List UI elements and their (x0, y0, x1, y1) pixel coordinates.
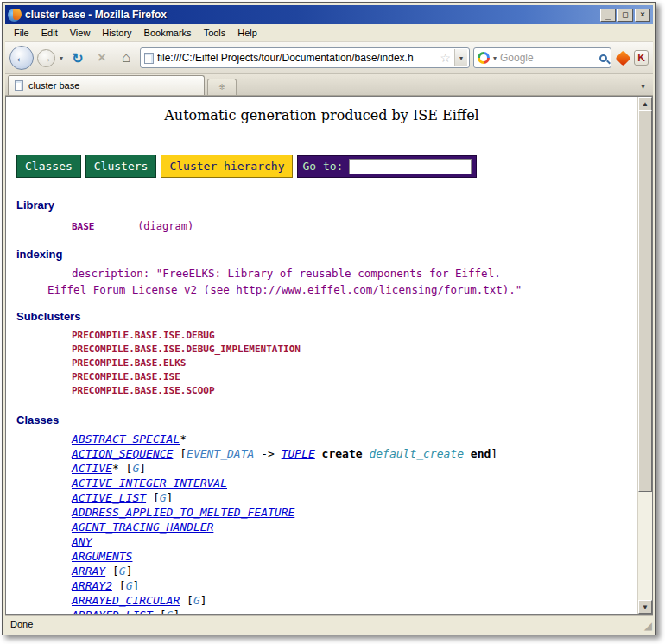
history-dropdown-icon[interactable]: ▾ (59, 54, 64, 62)
class-link[interactable]: ARRAY (72, 565, 105, 578)
url-dropdown-button[interactable]: ▾ (454, 49, 467, 66)
subcluster-link[interactable]: PRECOMPILE.BASE.ELKS (72, 357, 637, 370)
indexing-heading: indexing (16, 248, 637, 261)
class-link[interactable]: TUPLE (282, 447, 315, 460)
navigation-toolbar: ← → ▾ ↻ × ⌂ ☆ ▾ ▾ K (5, 42, 653, 74)
indexing-line-1: description: "FreeELKS: Library of reusa… (72, 267, 637, 280)
class-text-plain: [ (112, 579, 126, 592)
firefox-icon (8, 9, 21, 22)
tab-label: cluster base (28, 80, 79, 91)
maximize-button[interactable]: □ (618, 9, 633, 22)
stop-button[interactable]: × (92, 47, 112, 68)
class-link[interactable]: ARRAYED_CIRCULAR (72, 594, 180, 607)
page-nav-buttons: ClassesClustersCluster hierarchy Go to: (16, 155, 637, 178)
class-text-plain: ] (139, 462, 146, 475)
cluster-base-link[interactable]: BASE (72, 221, 95, 232)
menu-help[interactable]: Help (231, 25, 263, 41)
class-text-plain: ] (126, 565, 133, 578)
stop-icon: × (98, 50, 105, 66)
nav-button-clusters[interactable]: Clusters (86, 155, 157, 178)
class-text-gen: G (193, 594, 200, 607)
menu-history[interactable]: History (96, 25, 137, 41)
menu-bookmarks[interactable]: Bookmarks (138, 25, 198, 41)
scroll-up-button[interactable]: ▲ (638, 97, 652, 110)
menu-edit[interactable]: Edit (35, 25, 64, 41)
class-text-plain: ] (167, 491, 174, 504)
class-text-kw: create (315, 447, 370, 460)
class-link[interactable]: ADDRESS_APPLIED_TO_MELTED_FEATURE (72, 506, 294, 519)
menu-bar: FileEditViewHistoryBookmarksToolsHelp (5, 24, 653, 42)
nav-button-classes[interactable]: Classes (16, 155, 81, 178)
class-text-plain: [ (153, 609, 167, 614)
subclusters-list: PRECOMPILE.BASE.ISE.DEBUGPRECOMPILE.BASE… (72, 329, 637, 398)
class-entry: ACTIVE_LIST [G] (72, 490, 637, 505)
class-text-plain: ] (491, 447, 497, 460)
nav-button-cluster-hierarchy[interactable]: Cluster hierarchy (161, 155, 293, 178)
class-entry: ARRAYED_CIRCULAR [G] (72, 593, 637, 608)
class-text-plain: ] (132, 579, 139, 592)
class-text-gen: G (160, 491, 167, 504)
home-icon: ⌂ (122, 49, 130, 66)
class-link[interactable]: ABSTRACT_SPECIAL (72, 432, 180, 445)
tab-bar: cluster base ⁜ ▾ (5, 74, 653, 96)
page-viewport: Automatic generation produced by ISE Eif… (6, 97, 637, 614)
goto-input[interactable] (349, 159, 472, 174)
search-bar[interactable]: ▾ (473, 47, 611, 68)
google-logo-icon[interactable] (478, 52, 490, 64)
class-entry: ARRAY2 [G] (72, 578, 637, 593)
class-text-plain: [ (105, 565, 119, 578)
bookmark-star-icon[interactable]: ☆ (440, 51, 451, 65)
subcluster-link[interactable]: PRECOMPILE.BASE.ISE.DEBUG (72, 329, 637, 343)
url-input[interactable] (157, 52, 436, 64)
scroll-down-button[interactable]: ▼ (638, 600, 652, 614)
subcluster-link[interactable]: PRECOMPILE.BASE.ISE (72, 370, 637, 384)
class-entry: ACTION_SEQUENCE [EVENT_DATA -> TUPLE cre… (72, 446, 637, 461)
url-bar[interactable]: ☆ ▾ (140, 47, 470, 68)
search-magnifier-icon[interactable] (599, 54, 607, 62)
class-entry: ACTIVE_INTEGER_INTERVAL (72, 476, 637, 490)
search-input[interactable] (500, 52, 597, 64)
class-link[interactable]: AGENT_TRACING_HANDLER (72, 521, 213, 534)
close-button[interactable]: × (635, 9, 650, 22)
class-entry: ARRAYED_LIST [G] (72, 608, 637, 614)
vertical-scrollbar[interactable]: ▲ ▼ (637, 97, 652, 614)
reload-button[interactable]: ↻ (67, 47, 88, 68)
menu-file[interactable]: File (8, 25, 35, 41)
subcluster-link[interactable]: PRECOMPILE.BASE.ISE.SCOOP (72, 384, 637, 398)
class-link[interactable]: ACTIVE_INTEGER_INTERVAL (72, 477, 227, 489)
subclusters-heading: Subclusters (16, 310, 637, 323)
addon-k-button[interactable]: K (634, 50, 649, 66)
list-all-tabs-button[interactable]: ▾ (636, 79, 650, 95)
resize-grip[interactable]: ◢ (644, 621, 652, 631)
forward-button[interactable]: → (37, 49, 55, 67)
class-entry: ABSTRACT_SPECIAL* (72, 432, 637, 446)
class-link[interactable]: ACTIVE_LIST (72, 491, 146, 504)
class-link[interactable]: ANY (72, 535, 92, 548)
minimize-button[interactable]: _ (600, 9, 616, 22)
class-entry: ACTIVE* [G] (72, 461, 637, 476)
goto-box: Go to: (297, 155, 477, 178)
class-link[interactable]: ARGUMENTS (72, 550, 132, 563)
menu-view[interactable]: View (64, 25, 97, 41)
scrollbar-track[interactable] (638, 110, 652, 600)
class-link[interactable]: ARRAY2 (72, 579, 112, 592)
addon-gem-icon[interactable] (615, 50, 630, 66)
goto-label: Go to: (302, 160, 343, 173)
browser-content: Automatic generation produced by ISE Eif… (5, 96, 653, 615)
back-button[interactable]: ← (10, 46, 34, 70)
class-link[interactable]: ARRAYED_LIST (72, 609, 153, 614)
class-link[interactable]: ACTION_SEQUENCE (72, 447, 173, 460)
scrollbar-thumb[interactable] (638, 110, 652, 492)
site-favicon (144, 53, 154, 64)
home-button[interactable]: ⌂ (116, 47, 136, 68)
classes-heading: Classes (16, 414, 637, 426)
window-title: cluster base - Mozilla Firefox (25, 9, 596, 21)
menu-tools[interactable]: Tools (198, 25, 232, 41)
search-engine-dropdown-icon[interactable]: ▾ (492, 54, 497, 62)
tab-cluster-base[interactable]: cluster base (8, 75, 205, 95)
title-bar[interactable]: cluster base - Mozilla Firefox _ □ × (5, 5, 653, 24)
diagram-link[interactable]: (diagram) (137, 220, 193, 232)
subcluster-link[interactable]: PRECOMPILE.BASE.ISE.DEBUG_IMPLEMENTATION (72, 343, 637, 357)
class-link[interactable]: ACTIVE (72, 462, 112, 475)
new-tab-stub[interactable]: ⁜ (207, 79, 237, 95)
